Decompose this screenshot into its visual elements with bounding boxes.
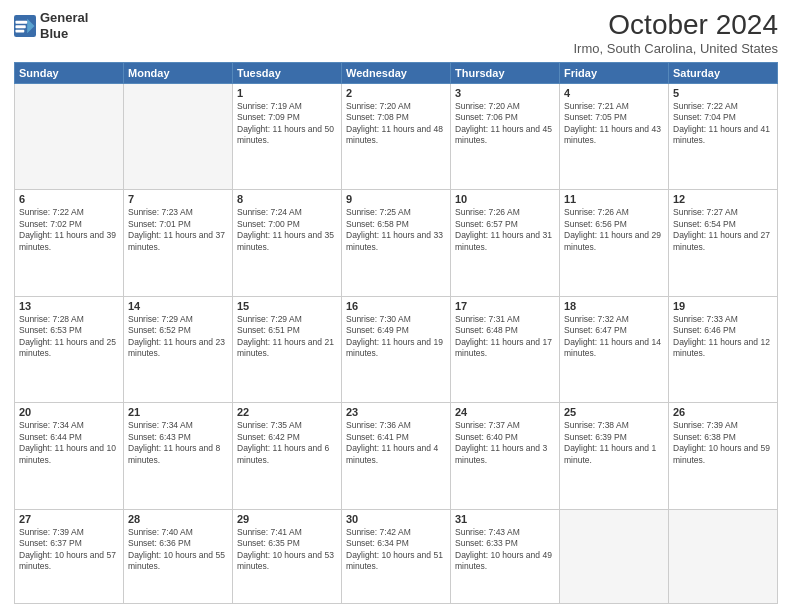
calendar-cell: 28Sunrise: 7:40 AMSunset: 6:36 PMDayligh… — [124, 509, 233, 603]
day-number: 15 — [237, 300, 337, 312]
calendar-cell: 9Sunrise: 7:25 AMSunset: 6:58 PMDaylight… — [342, 190, 451, 296]
day-info: Sunrise: 7:24 AMSunset: 7:00 PMDaylight:… — [237, 207, 337, 253]
day-info: Sunrise: 7:23 AMSunset: 7:01 PMDaylight:… — [128, 207, 228, 253]
calendar-cell: 20Sunrise: 7:34 AMSunset: 6:44 PMDayligh… — [15, 403, 124, 509]
day-number: 26 — [673, 406, 773, 418]
day-info: Sunrise: 7:29 AMSunset: 6:51 PMDaylight:… — [237, 314, 337, 360]
weekday-header: Tuesday — [233, 62, 342, 83]
day-info: Sunrise: 7:28 AMSunset: 6:53 PMDaylight:… — [19, 314, 119, 360]
day-number: 18 — [564, 300, 664, 312]
day-info: Sunrise: 7:33 AMSunset: 6:46 PMDaylight:… — [673, 314, 773, 360]
week-row: 6Sunrise: 7:22 AMSunset: 7:02 PMDaylight… — [15, 190, 778, 296]
calendar-cell: 19Sunrise: 7:33 AMSunset: 6:46 PMDayligh… — [669, 296, 778, 402]
day-number: 25 — [564, 406, 664, 418]
day-number: 14 — [128, 300, 228, 312]
day-info: Sunrise: 7:27 AMSunset: 6:54 PMDaylight:… — [673, 207, 773, 253]
day-number: 29 — [237, 513, 337, 525]
calendar-cell: 8Sunrise: 7:24 AMSunset: 7:00 PMDaylight… — [233, 190, 342, 296]
logo-line2: Blue — [40, 26, 88, 42]
title-block: October 2024 Irmo, South Carolina, Unite… — [574, 10, 779, 56]
calendar-table: SundayMondayTuesdayWednesdayThursdayFrid… — [14, 62, 778, 604]
day-info: Sunrise: 7:22 AMSunset: 7:04 PMDaylight:… — [673, 101, 773, 147]
week-row: 20Sunrise: 7:34 AMSunset: 6:44 PMDayligh… — [15, 403, 778, 509]
calendar-cell: 4Sunrise: 7:21 AMSunset: 7:05 PMDaylight… — [560, 83, 669, 189]
day-number: 24 — [455, 406, 555, 418]
day-number: 8 — [237, 193, 337, 205]
day-number: 31 — [455, 513, 555, 525]
day-number: 17 — [455, 300, 555, 312]
day-number: 10 — [455, 193, 555, 205]
calendar-cell: 30Sunrise: 7:42 AMSunset: 6:34 PMDayligh… — [342, 509, 451, 603]
week-row: 13Sunrise: 7:28 AMSunset: 6:53 PMDayligh… — [15, 296, 778, 402]
weekday-header: Thursday — [451, 62, 560, 83]
day-info: Sunrise: 7:38 AMSunset: 6:39 PMDaylight:… — [564, 420, 664, 466]
calendar-cell: 23Sunrise: 7:36 AMSunset: 6:41 PMDayligh… — [342, 403, 451, 509]
day-info: Sunrise: 7:21 AMSunset: 7:05 PMDaylight:… — [564, 101, 664, 147]
day-info: Sunrise: 7:42 AMSunset: 6:34 PMDaylight:… — [346, 527, 446, 573]
calendar-cell: 3Sunrise: 7:20 AMSunset: 7:06 PMDaylight… — [451, 83, 560, 189]
weekday-header: Wednesday — [342, 62, 451, 83]
day-info: Sunrise: 7:20 AMSunset: 7:06 PMDaylight:… — [455, 101, 555, 147]
day-info: Sunrise: 7:34 AMSunset: 6:43 PMDaylight:… — [128, 420, 228, 466]
calendar-header-row: SundayMondayTuesdayWednesdayThursdayFrid… — [15, 62, 778, 83]
calendar-cell: 26Sunrise: 7:39 AMSunset: 6:38 PMDayligh… — [669, 403, 778, 509]
day-info: Sunrise: 7:43 AMSunset: 6:33 PMDaylight:… — [455, 527, 555, 573]
calendar-cell — [669, 509, 778, 603]
day-info: Sunrise: 7:22 AMSunset: 7:02 PMDaylight:… — [19, 207, 119, 253]
day-info: Sunrise: 7:19 AMSunset: 7:09 PMDaylight:… — [237, 101, 337, 147]
day-number: 13 — [19, 300, 119, 312]
svg-rect-4 — [15, 29, 24, 32]
day-number: 2 — [346, 87, 446, 99]
day-number: 1 — [237, 87, 337, 99]
day-info: Sunrise: 7:31 AMSunset: 6:48 PMDaylight:… — [455, 314, 555, 360]
calendar-cell: 22Sunrise: 7:35 AMSunset: 6:42 PMDayligh… — [233, 403, 342, 509]
calendar-cell: 21Sunrise: 7:34 AMSunset: 6:43 PMDayligh… — [124, 403, 233, 509]
generalblue-icon — [14, 15, 36, 37]
header: General Blue October 2024 Irmo, South Ca… — [14, 10, 778, 56]
calendar-cell: 31Sunrise: 7:43 AMSunset: 6:33 PMDayligh… — [451, 509, 560, 603]
day-info: Sunrise: 7:34 AMSunset: 6:44 PMDaylight:… — [19, 420, 119, 466]
day-number: 9 — [346, 193, 446, 205]
day-info: Sunrise: 7:40 AMSunset: 6:36 PMDaylight:… — [128, 527, 228, 573]
day-info: Sunrise: 7:37 AMSunset: 6:40 PMDaylight:… — [455, 420, 555, 466]
day-number: 23 — [346, 406, 446, 418]
day-number: 4 — [564, 87, 664, 99]
day-number: 28 — [128, 513, 228, 525]
logo: General Blue — [14, 10, 88, 41]
day-info: Sunrise: 7:29 AMSunset: 6:52 PMDaylight:… — [128, 314, 228, 360]
day-number: 16 — [346, 300, 446, 312]
weekday-header: Friday — [560, 62, 669, 83]
day-number: 6 — [19, 193, 119, 205]
calendar-cell: 17Sunrise: 7:31 AMSunset: 6:48 PMDayligh… — [451, 296, 560, 402]
day-number: 11 — [564, 193, 664, 205]
day-number: 19 — [673, 300, 773, 312]
calendar-cell: 13Sunrise: 7:28 AMSunset: 6:53 PMDayligh… — [15, 296, 124, 402]
weekday-header: Sunday — [15, 62, 124, 83]
day-info: Sunrise: 7:39 AMSunset: 6:37 PMDaylight:… — [19, 527, 119, 573]
calendar-cell: 7Sunrise: 7:23 AMSunset: 7:01 PMDaylight… — [124, 190, 233, 296]
calendar-cell: 1Sunrise: 7:19 AMSunset: 7:09 PMDaylight… — [233, 83, 342, 189]
calendar-cell: 10Sunrise: 7:26 AMSunset: 6:57 PMDayligh… — [451, 190, 560, 296]
day-number: 21 — [128, 406, 228, 418]
calendar-cell: 12Sunrise: 7:27 AMSunset: 6:54 PMDayligh… — [669, 190, 778, 296]
weekday-header: Monday — [124, 62, 233, 83]
calendar-cell: 15Sunrise: 7:29 AMSunset: 6:51 PMDayligh… — [233, 296, 342, 402]
calendar-cell: 16Sunrise: 7:30 AMSunset: 6:49 PMDayligh… — [342, 296, 451, 402]
day-info: Sunrise: 7:41 AMSunset: 6:35 PMDaylight:… — [237, 527, 337, 573]
logo-line1: General — [40, 10, 88, 26]
day-info: Sunrise: 7:36 AMSunset: 6:41 PMDaylight:… — [346, 420, 446, 466]
calendar-cell: 2Sunrise: 7:20 AMSunset: 7:08 PMDaylight… — [342, 83, 451, 189]
day-info: Sunrise: 7:26 AMSunset: 6:56 PMDaylight:… — [564, 207, 664, 253]
day-info: Sunrise: 7:26 AMSunset: 6:57 PMDaylight:… — [455, 207, 555, 253]
day-number: 20 — [19, 406, 119, 418]
calendar-cell — [560, 509, 669, 603]
day-info: Sunrise: 7:39 AMSunset: 6:38 PMDaylight:… — [673, 420, 773, 466]
calendar-cell: 18Sunrise: 7:32 AMSunset: 6:47 PMDayligh… — [560, 296, 669, 402]
day-number: 5 — [673, 87, 773, 99]
day-number: 27 — [19, 513, 119, 525]
calendar-cell: 6Sunrise: 7:22 AMSunset: 7:02 PMDaylight… — [15, 190, 124, 296]
day-number: 22 — [237, 406, 337, 418]
logo-text: General Blue — [40, 10, 88, 41]
day-info: Sunrise: 7:30 AMSunset: 6:49 PMDaylight:… — [346, 314, 446, 360]
calendar-cell: 25Sunrise: 7:38 AMSunset: 6:39 PMDayligh… — [560, 403, 669, 509]
